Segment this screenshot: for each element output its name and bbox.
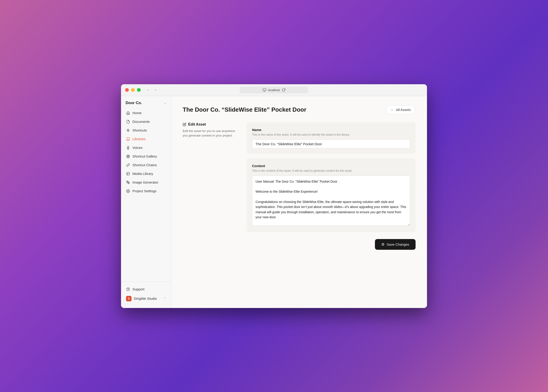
workspace-chevron: ⌃ bbox=[163, 297, 166, 300]
left-panel: Edit Asset Edit the asset for you to use… bbox=[183, 122, 238, 250]
svg-line-10 bbox=[129, 155, 129, 156]
gallery-icon bbox=[126, 154, 130, 158]
sidebar-label-documents: Documents bbox=[133, 120, 150, 124]
sidebar-label-voices: Voices bbox=[133, 146, 142, 150]
workspace-avatar: S bbox=[126, 296, 132, 301]
sidebar-label-project-settings: Project Settings bbox=[133, 189, 156, 193]
all-assets-button[interactable]: ← All Assets bbox=[386, 105, 415, 114]
support-icon bbox=[126, 287, 130, 291]
traffic-lights bbox=[125, 88, 141, 92]
image-gen-icon bbox=[126, 180, 130, 184]
minimize-button[interactable] bbox=[131, 88, 135, 92]
back-arrow[interactable]: ‹ bbox=[145, 87, 151, 93]
sidebar-item-libraries[interactable]: Libraries bbox=[123, 135, 169, 143]
mac-window: ‹ › localhost Door Co. ⌄ Home bbox=[121, 84, 427, 308]
nav-arrows: ‹ › bbox=[145, 87, 158, 93]
chains-icon bbox=[126, 163, 130, 167]
document-icon bbox=[126, 120, 130, 124]
sidebar-item-shortcuts[interactable]: Shortcuts bbox=[123, 126, 169, 134]
edit-icon bbox=[183, 123, 186, 126]
sidebar-item-shortcut-gallery[interactable]: Shortcut Gallery bbox=[123, 152, 169, 161]
sidebar: Door Co. ⌄ Home Documents bbox=[121, 96, 171, 308]
content-area: Edit Asset Edit the asset for you to use… bbox=[183, 122, 415, 250]
sidebar-label-media-library: Media Library bbox=[133, 172, 153, 175]
sidebar-item-documents[interactable]: Documents bbox=[123, 118, 169, 126]
sidebar-label-shortcut-chains: Shortcut Chains bbox=[133, 163, 157, 167]
media-icon bbox=[126, 172, 130, 176]
save-changes-button[interactable]: ⚙ Save Changes bbox=[375, 239, 415, 250]
svg-point-15 bbox=[126, 288, 129, 291]
sidebar-nav: Home Documents Shortcuts bbox=[121, 109, 171, 278]
name-hint: This is the name of the asset. It will b… bbox=[252, 133, 410, 136]
settings-icon bbox=[126, 189, 130, 193]
edit-description: Edit the asset for you to use anywhere y… bbox=[183, 129, 238, 138]
content-section: Content This is the content of the asset… bbox=[247, 158, 415, 232]
name-section: Name This is the name of the asset. It w… bbox=[247, 122, 415, 154]
save-icon: ⚙ bbox=[381, 242, 385, 247]
sidebar-item-image-generator[interactable]: Image Generator bbox=[123, 178, 169, 187]
forward-arrow[interactable]: › bbox=[153, 87, 158, 93]
content-textarea[interactable] bbox=[252, 175, 410, 226]
sidebar-item-project-settings[interactable]: Project Settings bbox=[123, 187, 169, 195]
refresh-icon[interactable] bbox=[282, 88, 285, 92]
window-body: Door Co. ⌄ Home Documents bbox=[121, 96, 427, 308]
name-label: Name bbox=[252, 128, 410, 132]
libraries-icon bbox=[126, 137, 130, 141]
page-title: The Door Co. “SlideWise Elite” Pocket Do… bbox=[183, 106, 306, 113]
svg-point-14 bbox=[128, 191, 129, 192]
content-label: Content bbox=[252, 164, 410, 168]
name-input[interactable] bbox=[252, 140, 410, 148]
maximize-button[interactable] bbox=[137, 88, 141, 92]
url-text: localhost bbox=[268, 88, 280, 92]
sidebar-chevron[interactable]: ⌄ bbox=[164, 101, 167, 105]
page-header: The Door Co. “SlideWise Elite” Pocket Do… bbox=[183, 105, 415, 114]
save-button-label: Save Changes bbox=[387, 242, 409, 246]
shortcuts-icon bbox=[126, 128, 130, 133]
sidebar-label-shortcuts: Shortcuts bbox=[133, 128, 147, 132]
titlebar: ‹ › localhost bbox=[121, 84, 427, 96]
sidebar-bottom: Support S Dirigible Studio ⌃ bbox=[121, 281, 171, 303]
main-content: The Door Co. “SlideWise Elite” Pocket Do… bbox=[171, 96, 427, 308]
sidebar-item-media-library[interactable]: Media Library bbox=[123, 170, 169, 178]
home-icon bbox=[126, 111, 130, 115]
svg-rect-12 bbox=[127, 172, 129, 175]
svg-line-11 bbox=[127, 157, 128, 157]
sidebar-item-shortcut-chains[interactable]: Shortcut Chains bbox=[123, 161, 169, 169]
workspace-item[interactable]: S Dirigible Studio ⌃ bbox=[123, 294, 169, 303]
close-button[interactable] bbox=[125, 88, 129, 92]
workspace-name: Dirigible Studio bbox=[134, 297, 157, 301]
sidebar-label-home: Home bbox=[133, 111, 141, 115]
sidebar-item-voices[interactable]: Voices bbox=[123, 144, 169, 152]
back-button-label: All Assets bbox=[396, 108, 411, 112]
url-bar[interactable]: localhost bbox=[240, 86, 308, 93]
sidebar-label-image-generator: Image Generator bbox=[133, 180, 158, 184]
sidebar-item-home[interactable]: Home bbox=[123, 109, 169, 117]
svg-rect-0 bbox=[263, 89, 266, 91]
voices-icon bbox=[126, 146, 130, 150]
sidebar-label-libraries: Libraries bbox=[133, 137, 146, 141]
sidebar-item-support[interactable]: Support bbox=[123, 285, 169, 293]
content-hint: This is the content of the asset. It wil… bbox=[252, 169, 410, 172]
edit-title: Edit Asset bbox=[183, 122, 238, 126]
monitor-icon bbox=[263, 88, 266, 92]
sidebar-header: Door Co. ⌄ bbox=[121, 101, 171, 109]
sidebar-label-shortcut-gallery: Shortcut Gallery bbox=[133, 154, 157, 158]
svg-point-13 bbox=[128, 182, 128, 183]
svg-line-8 bbox=[129, 157, 129, 157]
right-panel: Name This is the name of the asset. It w… bbox=[247, 122, 415, 250]
back-arrow-icon: ← bbox=[391, 108, 394, 112]
sidebar-label-support: Support bbox=[133, 287, 145, 291]
svg-line-7 bbox=[127, 155, 128, 156]
sidebar-title: Door Co. bbox=[126, 101, 142, 105]
